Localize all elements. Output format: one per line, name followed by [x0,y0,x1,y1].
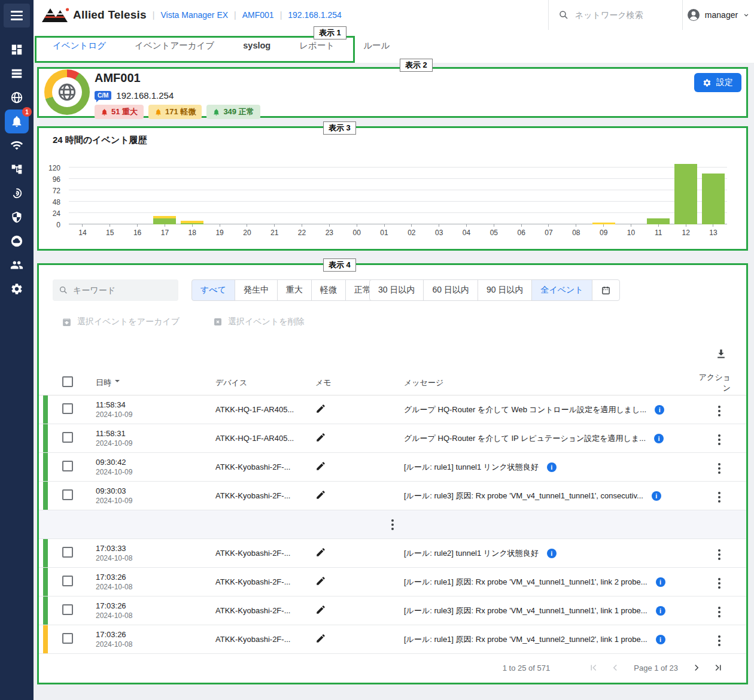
date-picker-button[interactable] [592,279,620,301]
device-ip: 192.168.1.254 [116,90,174,101]
event-message: [ルール: rule1] tunnel1 リンク状態良好 [404,462,539,473]
event-date: 2024-10-09 [96,468,215,476]
edit-memo-button[interactable] [315,604,326,615]
info-icon[interactable]: i [656,606,665,616]
network-search-input[interactable] [575,10,665,20]
menu-toggle-button[interactable] [4,4,30,28]
tab-syslog[interactable]: syslog [235,30,278,63]
first-page-button[interactable] [587,661,600,674]
select-all-checkbox[interactable] [62,376,73,387]
edit-memo-button[interactable] [315,633,326,644]
event-history-chart-card: 24 時間のイベント履歴 024487296120 14151617181920… [37,126,748,251]
kebab-icon[interactable] [716,403,723,419]
keyword-search-input[interactable] [73,285,169,295]
event-date: 2024-10-08 [96,611,215,620]
event-row: 11:58:34 2024-10-09 ATKK-HQ-1F-AR405... … [39,395,746,424]
last-page-button[interactable] [712,661,725,674]
sidebar-item-security[interactable] [5,205,29,229]
info-icon[interactable]: i [655,405,664,415]
filter-active[interactable]: 発生中 [235,279,278,301]
sidebar-item-traffic-monitoring[interactable] [5,181,29,205]
row-checkbox[interactable] [62,403,73,414]
sidebar-item-dashboard[interactable] [5,38,29,62]
kebab-icon[interactable] [716,432,723,448]
column-header-device: デバイス [215,378,315,388]
filter-30-days[interactable]: 30 日以内 [369,279,424,301]
edit-memo-button[interactable] [315,461,326,471]
tab-reports[interactable]: レポート [291,30,342,63]
column-header-date[interactable]: 日時 [96,378,215,388]
sidebar-item-network-map[interactable] [5,86,29,109]
user-menu[interactable]: manager [682,0,754,30]
row-checkbox[interactable] [62,461,73,471]
filter-all[interactable]: すべて [191,279,235,301]
breadcrumb-ip[interactable]: 192.168.1.254 [288,10,342,20]
filter-minor[interactable]: 軽微 [311,279,346,301]
event-time: 09:30:42 [96,458,215,467]
sidebar-item-wireless[interactable] [5,133,29,157]
info-icon[interactable]: i [652,491,661,501]
info-icon[interactable]: i [654,434,664,443]
row-checkbox[interactable] [62,633,73,644]
previous-page-button[interactable] [609,661,622,674]
tab-event-archive[interactable]: イベントアーカイブ [127,30,222,63]
minor-count-badge[interactable]: 171 軽微 [148,105,202,119]
tab-event-log[interactable]: イベントログ [45,30,114,63]
sidebar-item-notifications[interactable]: 1 [5,109,29,133]
kebab-icon[interactable] [716,576,723,591]
settings-button[interactable]: 設定 [694,73,741,92]
filter-60-days[interactable]: 60 日以内 [423,279,478,301]
kebab-icon[interactable] [716,547,723,562]
shield-icon [11,211,23,223]
sidebar-item-users[interactable] [5,253,29,277]
row-checkbox[interactable] [62,489,73,500]
normal-count-badge[interactable]: 349 正常 [206,105,260,119]
tab-rules[interactable]: ルール [355,30,397,63]
event-device: ATKK-Kyobashi-2F-... [215,549,315,558]
row-checkbox[interactable] [62,604,73,615]
breadcrumb-divider: | [153,10,155,20]
edit-memo-button[interactable] [315,547,326,558]
info-icon[interactable]: i [656,577,665,587]
kebab-icon[interactable] [716,489,723,505]
filter-critical[interactable]: 重大 [277,279,312,301]
collapsed-rows-separator[interactable] [39,510,746,539]
delete-selected-button[interactable]: 選択イベントを削除 [213,316,305,327]
kebab-icon[interactable] [389,517,396,532]
sidebar-item-settings[interactable] [5,277,29,301]
row-checkbox[interactable] [62,432,73,443]
minor-count-label: 171 軽微 [165,106,196,117]
event-message: グループ HQ-Router を介して IP レピュテーション設定を適用しま..… [404,433,646,444]
critical-count-badge[interactable]: 51 重大 [95,105,144,119]
breadcrumb-product[interactable]: Vista Manager EX [160,10,228,20]
row-checkbox[interactable] [62,576,73,586]
kebab-icon[interactable] [716,604,723,620]
breadcrumb-network[interactable]: AMF001 [242,10,274,20]
allied-telesis-logo-mark [41,7,69,23]
kebab-icon[interactable] [716,633,723,649]
info-icon[interactable]: i [547,462,557,472]
event-row: 09:30:03 2024-10-09 ATKK-Kyobashi-2F-...… [39,482,746,510]
filter-all-events[interactable]: 全イベント [531,279,592,301]
next-page-button[interactable] [690,661,703,674]
sidebar-item-cloud[interactable] [5,229,29,253]
cloud-icon [10,235,23,248]
edit-memo-button[interactable] [315,489,326,500]
archive-selected-button[interactable]: 選択イベントをアーカイブ [62,316,180,327]
edit-memo-button[interactable] [315,403,326,414]
download-button[interactable] [715,348,727,362]
edit-memo-button[interactable] [315,576,326,586]
info-icon[interactable]: i [656,635,665,644]
sidebar-item-topology[interactable] [5,157,29,181]
sidebar-item-event-list[interactable] [5,62,29,86]
event-time: 17:03:33 [96,544,215,553]
row-checkbox[interactable] [62,547,73,558]
severity-bar [43,625,48,653]
kebab-icon[interactable] [716,461,723,476]
edit-memo-button[interactable] [315,432,326,443]
info-icon[interactable]: i [547,549,557,558]
x-tick-label: 16 [124,229,151,237]
event-message: [ルール: rule3] 原因: Rx probe 'VM_v4_tunnel1… [404,605,647,616]
event-message: [ルール: rule3] 原因: Rx probe 'VM_v4_tunnel1… [404,491,643,501]
filter-90-days[interactable]: 90 日以内 [478,279,532,301]
